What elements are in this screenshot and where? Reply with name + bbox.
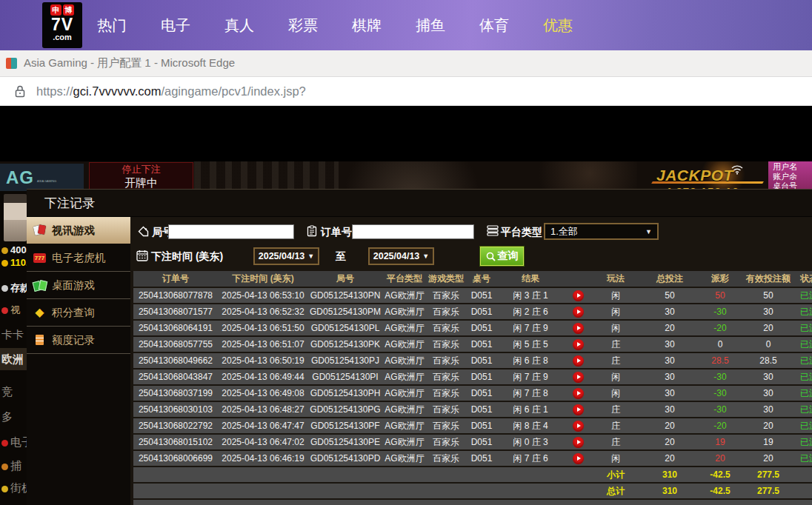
total-bet: 20	[639, 453, 701, 464]
replay-play-icon[interactable]	[573, 290, 584, 301]
platform-type: AG欧洲厅	[382, 290, 427, 302]
replay-play-icon[interactable]	[573, 453, 584, 464]
url-text[interactable]: https://gci.7vvvvvv.com/agingame/pcv1/in…	[36, 84, 306, 98]
status-badge: 已派彩	[797, 322, 812, 335]
chevron-down-icon: ▼	[307, 252, 314, 260]
menu-item-视讯游戏[interactable]: 视讯游戏	[27, 217, 130, 244]
table-row: 2504130680151022025-04-13 06:47:02GD0512…	[133, 435, 812, 449]
nav-item-彩票[interactable]: 彩票	[288, 16, 318, 36]
order-no: 250413068043847	[133, 372, 218, 382]
round-no: GD051254130PL	[308, 323, 382, 333]
valid-bet: 30	[739, 307, 797, 317]
site-logo[interactable]: 申 博 7V .com	[42, 2, 82, 48]
replay-play-icon[interactable]	[573, 437, 584, 448]
table-no: D051	[465, 355, 498, 366]
platform-stack-icon	[487, 225, 499, 239]
ag-lobby-logo: AGASIA GAMING	[0, 164, 84, 191]
site-nav-menu: 热门电子真人彩票棋牌捕鱼体育优惠	[80, 0, 590, 50]
platform-type: AG欧洲厅	[382, 387, 427, 400]
result: 闲 7 庄 9	[498, 371, 563, 384]
bet-time-label: 下注时间 (美东)	[151, 250, 223, 264]
table-row: 2504130680227922025-04-13 06:47:47GD0512…	[133, 418, 812, 433]
platform-type: AG欧洲厅	[382, 306, 427, 318]
grand-total-label: 总计	[593, 485, 639, 498]
nav-item-热门[interactable]: 热门	[97, 16, 127, 36]
menu-item-电子老虎机[interactable]: 电子老虎机	[27, 244, 130, 272]
dominoes-icon	[33, 279, 46, 292]
result: 闲 2 庄 6	[498, 306, 563, 318]
table-row: 2504130680371992025-04-13 06:49:08GD0512…	[133, 386, 812, 401]
replay-play-icon[interactable]	[573, 404, 584, 415]
status-badge: 已派彩	[797, 387, 812, 400]
lock-icon[interactable]	[15, 85, 25, 98]
replay-play-icon[interactable]	[573, 323, 584, 334]
menu-item-label: 视讯游戏	[52, 224, 95, 238]
platform-select[interactable]: 1.全部 ▼	[544, 223, 659, 240]
replay-play-icon[interactable]	[573, 388, 584, 399]
search-button[interactable]: 查询	[480, 247, 524, 266]
column-header-2: 局号	[308, 272, 382, 285]
modal-main: 局号 订单号 平台类型 1.全部 ▼ 下注时间	[130, 217, 812, 505]
table-row: 2504130680301032025-04-13 06:48:27GD0512…	[133, 402, 812, 417]
column-header-4: 游戏类型	[427, 272, 465, 285]
total-bet: 20	[639, 437, 701, 447]
order-input[interactable]	[352, 224, 474, 239]
lobby-strip-item: 存款	[1, 281, 27, 295]
nav-item-体育[interactable]: 体育	[479, 16, 509, 36]
menu-item-额度记录[interactable]: 额度记录	[27, 327, 130, 354]
nav-item-优惠[interactable]: 优惠	[543, 16, 573, 36]
dealing-text: 开牌中	[90, 176, 193, 190]
bet-type: 闲	[593, 387, 639, 400]
replay-play-icon[interactable]	[573, 421, 584, 432]
menu-item-积分查询[interactable]: ◆积分查询	[27, 299, 130, 327]
payout: -30	[701, 307, 739, 317]
replay-play-icon[interactable]	[573, 307, 584, 318]
slots-icon	[33, 252, 46, 264]
round-input[interactable]	[168, 224, 294, 239]
total-bet: 30	[639, 307, 701, 317]
table-no: D051	[465, 453, 498, 464]
platform-type: AG欧洲厅	[382, 452, 427, 465]
menu-item-label: 积分查询	[52, 306, 95, 320]
avatar	[4, 194, 27, 241]
date-from-value: 2025/04/13	[259, 251, 305, 261]
document-icon	[33, 334, 46, 347]
nav-item-电子[interactable]: 电子	[161, 16, 190, 36]
status-badge: 已派彩	[797, 355, 812, 367]
replay-play-icon[interactable]	[573, 372, 584, 383]
nav-item-真人[interactable]: 真人	[224, 16, 254, 36]
grand-total-payout: -42.5	[701, 486, 739, 496]
table-no: D051	[465, 290, 498, 301]
nav-item-捕鱼[interactable]: 捕鱼	[416, 16, 445, 36]
lobby-strip-item: 欧洲	[1, 352, 24, 367]
result: 闲 6 庄 1	[498, 404, 563, 416]
bet-type: 闲	[593, 371, 639, 384]
date-from-select[interactable]: 2025/04/13 ▼	[253, 247, 319, 265]
game-type: 百家乐	[427, 371, 465, 384]
valid-bet: 20	[739, 453, 797, 464]
table-row: 2504130680715772025-04-13 06:52:32GD0512…	[133, 304, 812, 319]
status-badge: 已派彩	[797, 452, 812, 465]
result: 闲 0 庄 3	[498, 436, 563, 449]
nav-item-棋牌[interactable]: 棋牌	[352, 16, 382, 36]
browser-urlbar[interactable]: https://gci.7vvvvvv.com/agingame/pcv1/in…	[0, 77, 812, 106]
to-label: 至	[336, 250, 346, 264]
bet-time: 2025-04-13 06:50:19	[218, 355, 308, 366]
order-label: 订单号	[321, 226, 352, 239]
order-no: 250413068077878	[133, 290, 218, 301]
bet-time: 2025-04-13 06:47:02	[218, 437, 308, 447]
menu-item-桌面游戏[interactable]: 桌面游戏	[27, 272, 130, 299]
total-bet: 30	[639, 372, 701, 382]
table-no: D051	[465, 339, 498, 350]
date-to-select[interactable]: 2025/04/13 ▼	[368, 247, 434, 265]
round-no: GD051254130PN	[308, 290, 382, 301]
replay-play-icon[interactable]	[573, 355, 584, 367]
column-header-3: 平台类型	[382, 272, 427, 285]
subtotal-payout: -42.5	[701, 469, 739, 480]
diamond-icon: ◆	[33, 307, 46, 319]
lobby-item-icon	[1, 307, 8, 314]
column-header-8: 玩法	[593, 272, 639, 285]
status-badge: 已派彩	[797, 404, 812, 416]
replay-play-icon[interactable]	[573, 339, 584, 350]
bet-type: 庄	[593, 436, 639, 449]
